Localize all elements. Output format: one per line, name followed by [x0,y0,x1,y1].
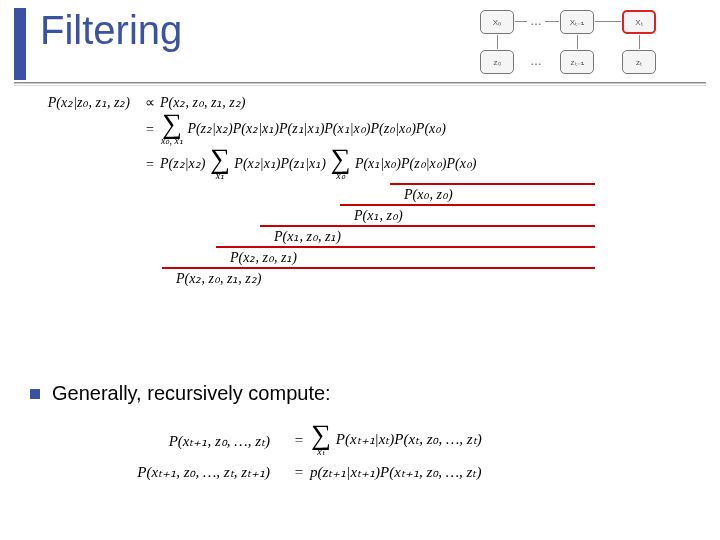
underbrace-line-1 [340,204,595,206]
slide-root: Filtering X₀ … Xₜ₋₁ Xₜ z₀ … zₜ₋₁ zₜ P(x₂… [0,0,720,540]
node-zt: zₜ [622,50,656,74]
recursive-block: P(xₜ₊₁, z₀, …, zₜ) = ∑ xₜ P(xₜ₊₁|xₜ)P(xₜ… [70,418,482,487]
eq-rhs-2-body: P(z₂|x₂)P(x₂|x₁)P(z₁|x₁)P(x₁|x₀)P(z₀|x₀)… [187,121,446,136]
bullet-text: Generally, recursively compute: [52,382,331,405]
bullet-row: Generally, recursively compute: [30,382,331,405]
underbrace-4 [10,267,710,269]
node-xt: Xₜ [622,10,656,34]
underbrace-label-4: P(x₂, z₀, z₁, z₂) [176,270,261,287]
eq-rhs-2: ∑ x₀, x₁ P(z₂|x₂)P(x₂|x₁)P(z₁|x₁)P(x₁|x₀… [160,113,446,146]
eq-line-3: = P(z₂|x₂) ∑ x₁ P(x₂|x₁)P(z₁|x₁) ∑ x₀ P(… [10,148,710,181]
underbrace-label-3: P(x₂, z₀, z₁) [230,249,297,266]
underbrace-label-row-0: P(x₀, z₀) [10,186,710,203]
arrow-h1 [515,21,527,22]
arrow-h2 [545,21,559,22]
hmm-diagram: X₀ … Xₜ₋₁ Xₜ z₀ … zₜ₋₁ zₜ [460,6,710,78]
recursive-row-2: P(xₜ₊₁, z₀, …, zₜ, zₜ₊₁) = p(zₜ₊₁|xₜ₊₁)P… [70,463,482,481]
title-separator-2 [14,85,706,86]
title-separator [14,82,706,84]
underbrace-line-4 [162,267,595,269]
eq3-prefix: P(z₂|x₂) [160,156,209,171]
eq-line-1: P(x₂|z₀, z₁, z₂) ∝ P(x₂, z₀, z₁, z₂) [10,94,710,111]
recursive-row-1: P(xₜ₊₁, z₀, …, zₜ) = ∑ xₜ P(xₜ₊₁|xₜ)P(xₜ… [70,424,482,457]
underbrace-2 [10,225,710,227]
node-x0: X₀ [480,10,514,34]
node-z0: z₀ [480,50,514,74]
title-bar: Filtering [14,8,182,80]
sum-icon-x0: ∑ x₀ [330,148,350,181]
underbrace-label-row-3: P(x₂, z₀, z₁) [10,249,710,266]
underbrace-line-3 [216,246,595,248]
eq-rel-1: ∝ [140,94,160,111]
rec1-tail: P(xₜ₊₁|xₜ)P(xₜ, z₀, …, zₜ) [336,431,482,447]
rec1-rhs: ∑ xₜ P(xₜ₊₁|xₜ)P(xₜ, z₀, …, zₜ) [310,424,482,457]
rec2-rhs: p(zₜ₊₁|xₜ₊₁)P(xₜ₊₁, z₀, …, zₜ) [310,463,481,481]
sum-icon-xt: ∑ xₜ [311,424,331,457]
node-ztm1: zₜ₋₁ [560,50,594,74]
sum-icon: ∑ x₀, x₁ [161,113,183,146]
arrow-v3 [639,35,640,49]
node-xtm1: Xₜ₋₁ [560,10,594,34]
eq-lhs: P(x₂|z₀, z₁, z₂) [10,94,140,111]
underbrace-line-0 [390,183,595,185]
eq-line-2: = ∑ x₀, x₁ P(z₂|x₂)P(x₂|x₁)P(z₁|x₁)P(x₁|… [10,113,710,146]
arrow-v2 [577,35,578,49]
derivation-block: P(x₂|z₀, z₁, z₂) ∝ P(x₂, z₀, z₁, z₂) = ∑… [10,92,710,288]
underbrace-label-1: P(x₁, z₀) [354,207,403,224]
underbrace-1 [10,204,710,206]
arrow-v1 [497,35,498,49]
underbrace-3 [10,246,710,248]
underbrace-label-2: P(x₁, z₀, z₁) [274,228,341,245]
eq3-tail: P(x₁|x₀)P(z₀|x₀)P(x₀) [355,156,477,171]
eq-rel-3: = [140,157,160,173]
underbrace-line-2 [260,225,595,227]
rec2-eq: = [288,464,310,481]
rec1-lhs: P(xₜ₊₁, z₀, …, zₜ) [70,432,288,450]
diagram-dots-bottom: … [530,54,542,68]
underbrace-label-0: P(x₀, z₀) [404,186,453,203]
underbrace-cascade: P(x₀, z₀)P(x₁, z₀)P(x₁, z₀, z₁)P(x₂, z₀,… [10,183,710,287]
underbrace-label-row-4: P(x₂, z₀, z₁, z₂) [10,270,710,287]
slide-title: Filtering [40,8,182,53]
bullet-icon [30,389,40,399]
underbrace-0 [10,183,710,185]
rec1-eq: = [288,432,310,449]
eq-rhs-3: P(z₂|x₂) ∑ x₁ P(x₂|x₁)P(z₁|x₁) ∑ x₀ P(x₁… [160,148,477,181]
underbrace-label-row-1: P(x₁, z₀) [10,207,710,224]
rec2-lhs: P(xₜ₊₁, z₀, …, zₜ, zₜ₊₁) [70,463,288,481]
eq3-mid: P(x₂|x₁)P(z₁|x₁) [234,156,329,171]
diagram-dots-top: … [530,14,542,28]
sum-icon-x1: ∑ x₁ [210,148,230,181]
arrow-h3 [595,21,621,22]
underbrace-label-row-2: P(x₁, z₀, z₁) [10,228,710,245]
eq-rel-2: = [140,122,160,138]
